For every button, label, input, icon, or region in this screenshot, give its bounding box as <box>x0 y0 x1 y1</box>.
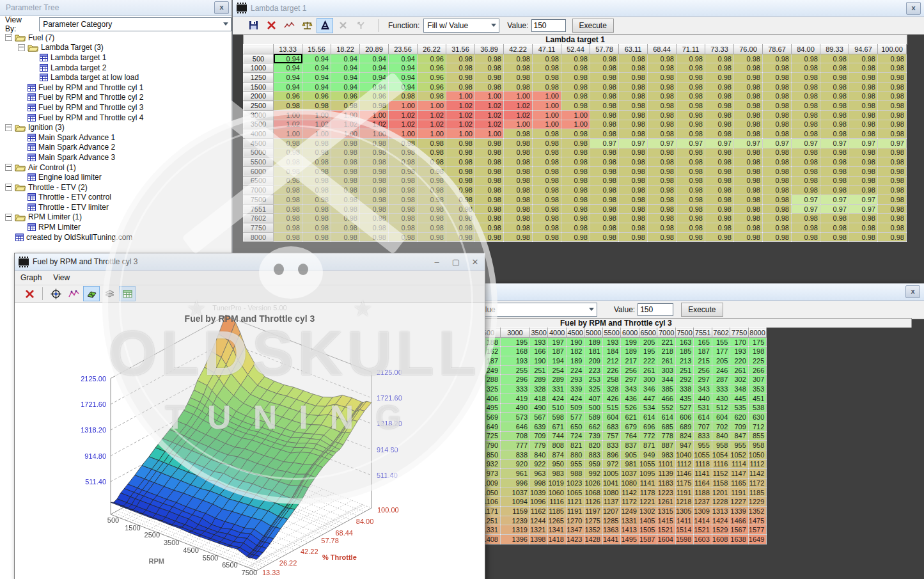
table-cell[interactable]: 0.98 <box>734 54 763 63</box>
table-cell[interactable]: 883 <box>584 450 602 459</box>
area-graph-icon[interactable] <box>101 286 118 301</box>
table-cell[interactable]: 0.98 <box>820 232 849 242</box>
table-cell[interactable]: 0.98 <box>590 195 619 205</box>
table-cell[interactable]: 0.98 <box>792 166 820 176</box>
table-cell[interactable]: 1411 <box>675 516 693 525</box>
col-header[interactable]: 7551 <box>694 328 712 338</box>
row-header[interactable]: 5500 <box>244 157 274 167</box>
table-cell[interactable]: 0.98 <box>849 148 878 157</box>
table-cell[interactable]: 292 <box>675 375 693 385</box>
table-cell[interactable]: 0.98 <box>763 91 792 101</box>
table-cell[interactable]: 0.94 <box>302 63 331 73</box>
table-cell[interactable]: 193 <box>730 347 748 356</box>
table-cell[interactable]: 0.98 <box>705 166 734 176</box>
table-cell[interactable]: 1321 <box>530 525 548 535</box>
table-cell[interactable]: 163 <box>675 337 693 347</box>
col-header[interactable]: 100.00 <box>878 45 907 54</box>
table-cell[interactable]: 0.98 <box>533 186 561 195</box>
row-header[interactable]: 7750 <box>244 223 274 233</box>
table-cell[interactable]: 772 <box>639 431 657 441</box>
table-cell[interactable]: 757 <box>602 431 620 441</box>
table-cell[interactable]: 1055 <box>639 459 657 469</box>
table-cell[interactable]: 0.98 <box>302 232 331 242</box>
table-cell[interactable]: 0.98 <box>446 195 475 205</box>
table-cell[interactable]: 0.98 <box>763 214 792 223</box>
table-cell[interactable]: 1521 <box>657 525 675 535</box>
col-header[interactable]: 8000 <box>748 328 766 338</box>
table-cell[interactable]: 344 <box>657 375 675 385</box>
row-header[interactable]: 2000 <box>244 91 274 101</box>
table-cell[interactable]: 650 <box>566 422 584 431</box>
table-cell[interactable]: 1095 <box>639 469 657 479</box>
table-cell[interactable]: 996 <box>501 479 530 488</box>
table-cell[interactable]: 821 <box>566 441 584 450</box>
table-cell[interactable]: 1.00 <box>533 110 561 120</box>
col-header[interactable]: 31.56 <box>446 45 475 54</box>
table-cell[interactable]: 0.98 <box>619 223 648 233</box>
table-cell[interactable]: 1.02 <box>274 120 302 129</box>
table-cell[interactable]: 0.98 <box>590 110 619 120</box>
table-cell[interactable]: 436 <box>621 393 639 403</box>
table-cell[interactable]: 0.98 <box>734 73 763 83</box>
table-cell[interactable]: 0.98 <box>504 54 533 63</box>
table-cell[interactable]: 175 <box>748 337 766 347</box>
table-cell[interactable]: 764 <box>621 431 639 441</box>
table-cell[interactable]: 1146 <box>675 469 693 479</box>
table-cell[interactable]: 418 <box>530 393 548 403</box>
table-cell[interactable]: 0.94 <box>331 82 360 91</box>
table-cell[interactable]: 0.98 <box>389 214 418 223</box>
table-cell[interactable]: 0.98 <box>302 195 331 205</box>
table-cell[interactable]: 0.98 <box>590 176 619 186</box>
execute-button[interactable]: Execute <box>681 303 723 317</box>
table-cell[interactable]: 246 <box>712 365 730 375</box>
table-cell[interactable]: 426 <box>602 393 620 403</box>
table-cell[interactable]: 223 <box>584 365 602 375</box>
table-cell[interactable]: 1414 <box>694 516 712 525</box>
row-header[interactable]: 1000 <box>244 63 274 73</box>
col-header[interactable]: 4500 <box>566 328 584 338</box>
tree-item-air-control-1[interactable]: Air Control (1) <box>0 163 231 173</box>
table-cell[interactable]: 1567 <box>730 525 748 535</box>
tree-item-created-by-oldskulltuning-com[interactable]: created by OldSkullTuning.com <box>0 232 231 242</box>
execute-button[interactable]: Execute <box>572 19 614 33</box>
table-cell[interactable]: 0.98 <box>446 204 475 214</box>
collapse-icon[interactable] <box>5 34 12 41</box>
table-cell[interactable]: 166 <box>530 347 548 356</box>
table-cell[interactable]: 0.98 <box>533 204 561 214</box>
table-cell[interactable]: 1.02 <box>418 110 446 120</box>
table-cell[interactable]: 1.00 <box>561 110 590 120</box>
table-cell[interactable]: 165 <box>694 337 712 347</box>
table-cell[interactable]: 500 <box>584 403 602 413</box>
table-cell[interactable]: 1.00 <box>475 91 504 101</box>
table-cell[interactable]: 1638 <box>730 535 748 544</box>
trace-icon[interactable] <box>281 18 297 33</box>
table-cell[interactable]: 0.98 <box>820 214 849 223</box>
row-header[interactable]: 5000 <box>244 148 274 157</box>
table-cell[interactable]: 1139 <box>657 469 675 479</box>
table-cell[interactable]: 0.98 <box>446 63 475 73</box>
table-cell[interactable]: 0.98 <box>504 129 533 139</box>
table-cell[interactable]: 0.98 <box>533 166 561 176</box>
table-cell[interactable]: 992 <box>584 469 602 479</box>
table-cell[interactable]: 0.98 <box>418 204 446 214</box>
table-cell[interactable]: 0.98 <box>763 101 792 111</box>
table-cell[interactable]: 620 <box>730 413 748 422</box>
table-cell[interactable]: 0.98 <box>504 214 533 223</box>
table-cell[interactable]: 0.94 <box>360 73 389 83</box>
table-cell[interactable]: 1305 <box>675 507 693 516</box>
table-cell[interactable]: 0.98 <box>533 214 561 223</box>
table-cell[interactable]: 1101 <box>657 459 675 469</box>
table-cell[interactable]: 0.98 <box>619 91 648 101</box>
table-cell[interactable]: 256 <box>621 365 639 375</box>
col-header[interactable]: 5000 <box>584 328 602 338</box>
table-cell[interactable]: 0.98 <box>878 186 907 195</box>
close-icon[interactable]: x <box>905 285 920 298</box>
table-cell[interactable]: 0.98 <box>792 214 820 223</box>
table-cell[interactable]: 1249 <box>621 507 639 516</box>
table-cell[interactable]: 0.98 <box>734 120 763 129</box>
tree-item-ignition-3[interactable]: Ignition (3) <box>0 122 231 132</box>
table-cell[interactable]: 0.97 <box>820 204 849 214</box>
table-cell[interactable]: 1285 <box>602 516 620 525</box>
col-header[interactable]: 3500 <box>530 328 548 338</box>
table-cell[interactable]: 0.98 <box>849 176 878 186</box>
